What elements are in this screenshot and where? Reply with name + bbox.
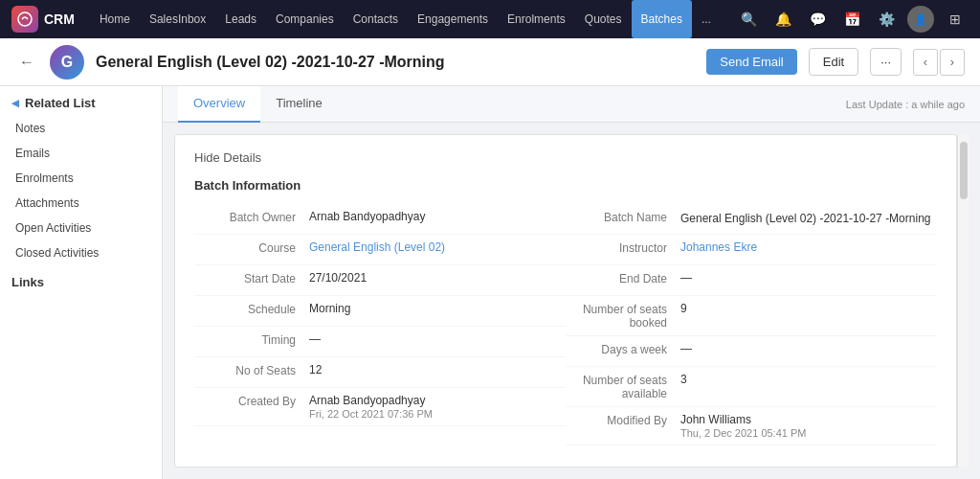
tab-overview[interactable]: Overview	[178, 86, 260, 123]
no-of-seats-label: No of Seats	[194, 363, 309, 377]
field-days-a-week: Days a week —	[566, 336, 937, 367]
page-title: General English (Level 02) -2021-10-27 -…	[96, 54, 695, 71]
tabs-bar: Overview Timeline Last Update : a while …	[163, 86, 980, 123]
batch-name-value: General English (Level 02) -2021-10-27 -…	[680, 210, 937, 227]
instructor-value[interactable]: Johannes Ekre	[680, 240, 937, 254]
logo-icon	[11, 6, 38, 33]
field-course: Course General English (Level 02)	[194, 235, 566, 265]
field-schedule: Schedule Morning	[194, 296, 566, 327]
start-date-value: 27/10/2021	[309, 271, 566, 285]
logo-text: CRM	[44, 11, 75, 27]
search-icon[interactable]: 🔍	[735, 6, 762, 33]
seats-booked-value: 9	[680, 302, 937, 315]
svg-point-0	[18, 12, 32, 26]
sidebar-arrow-icon: ◀	[11, 98, 19, 108]
sidebar-item-notes[interactable]: Notes	[0, 116, 162, 141]
end-date-label: End Date	[566, 271, 680, 285]
field-end-date: End Date —	[566, 265, 937, 296]
scrollbar[interactable]	[957, 134, 969, 468]
hide-details-button[interactable]: Hide Details	[194, 150, 937, 165]
sidebar-item-enrolments[interactable]: Enrolments	[0, 166, 162, 191]
timing-label: Timing	[194, 332, 309, 347]
schedule-value: Morning	[309, 302, 566, 315]
nav-engagements[interactable]: Engagements	[408, 0, 498, 38]
nav-leads[interactable]: Leads	[215, 0, 266, 38]
back-button[interactable]: ←	[15, 50, 38, 75]
sidebar-item-closed-activities[interactable]: Closed Activities	[0, 240, 162, 265]
instructor-label: Instructor	[566, 240, 680, 255]
sidebar-item-emails[interactable]: Emails	[0, 141, 162, 166]
bell-icon[interactable]: 🔔	[769, 6, 796, 33]
created-by-label: Created By	[194, 394, 309, 408]
nav-salesinbox[interactable]: SalesInbox	[140, 0, 215, 38]
content-area: Overview Timeline Last Update : a while …	[163, 86, 980, 479]
course-value[interactable]: General English (Level 02)	[309, 240, 566, 254]
tab-timeline[interactable]: Timeline	[260, 86, 338, 123]
course-label: Course	[194, 240, 309, 255]
field-batch-name: Batch Name General English (Level 02) -2…	[566, 204, 937, 235]
field-created-by: Created By Arnab Bandyopadhyay Fri, 22 O…	[194, 388, 566, 426]
user-avatar[interactable]: 👤	[907, 6, 934, 33]
seats-available-label: Number of seats available	[566, 373, 680, 400]
more-button[interactable]: ···	[870, 48, 902, 76]
sidebar-item-open-activities[interactable]: Open Activities	[0, 216, 162, 240]
sidebar: ◀ Related List Notes Emails Enrolments A…	[0, 86, 163, 479]
send-email-button[interactable]: Send Email	[706, 49, 796, 75]
prev-record-button[interactable]: ‹	[913, 49, 938, 76]
schedule-label: Schedule	[194, 302, 309, 316]
no-of-seats-value: 12	[309, 363, 566, 376]
modified-by-label: Modified By	[566, 413, 680, 427]
modified-by-sub: Thu, 2 Dec 2021 05:41 PM	[680, 427, 806, 439]
grid-icon[interactable]: ⊞	[942, 6, 969, 33]
edit-button[interactable]: Edit	[809, 48, 858, 76]
fields-right-col: Batch Name General English (Level 02) -2…	[566, 204, 937, 445]
tabs-list: Overview Timeline	[178, 86, 338, 123]
start-date-label: Start Date	[194, 271, 309, 285]
detail-content: Hide Details Batch Information Batch Own…	[163, 123, 980, 479]
main-layout: ◀ Related List Notes Emails Enrolments A…	[0, 86, 980, 479]
batch-owner-value: Arnab Bandyopadhyay	[309, 210, 566, 223]
record-avatar: G	[50, 45, 84, 80]
section-title: Batch Information	[194, 178, 937, 193]
top-navigation: CRM Home SalesInbox Leads Companies Cont…	[0, 0, 980, 38]
nav-batches[interactable]: Batches	[632, 0, 692, 38]
field-seats-available: Number of seats available 3	[566, 367, 937, 407]
nav-right-icons: 🔍 🔔 💬 📅 ⚙️ 👤 ⊞	[735, 6, 969, 33]
fields-grid: Batch Owner Arnab Bandyopadhyay Course G…	[194, 204, 937, 445]
field-seats-booked: Number of seats booked 9	[566, 296, 937, 336]
batch-name-label: Batch Name	[566, 210, 680, 224]
related-list-header[interactable]: ◀ Related List	[0, 86, 162, 116]
nav-contacts[interactable]: Contacts	[344, 0, 408, 38]
days-a-week-label: Days a week	[566, 342, 680, 356]
calendar-icon[interactable]: 📅	[838, 6, 865, 33]
batch-owner-label: Batch Owner	[194, 210, 309, 224]
timing-value: —	[309, 332, 566, 346]
seats-available-value: 3	[680, 373, 937, 386]
sidebar-item-attachments[interactable]: Attachments	[0, 191, 162, 216]
logo: CRM	[11, 6, 75, 33]
end-date-value: —	[680, 271, 937, 285]
chat-icon[interactable]: 💬	[804, 6, 831, 33]
created-by-sub: Fri, 22 Oct 2021 07:36 PM	[309, 408, 433, 420]
nav-items: Home SalesInbox Leads Companies Contacts…	[90, 0, 735, 38]
fields-left-col: Batch Owner Arnab Bandyopadhyay Course G…	[194, 204, 566, 445]
nav-home[interactable]: Home	[90, 0, 140, 38]
created-by-value: Arnab Bandyopadhyay	[309, 394, 433, 407]
settings-icon[interactable]: ⚙️	[873, 6, 900, 33]
last-update: Last Update : a while ago	[846, 99, 965, 110]
nav-quotes[interactable]: Quotes	[575, 0, 632, 38]
nav-more[interactable]: ...	[692, 0, 721, 38]
seats-booked-label: Number of seats booked	[566, 302, 680, 330]
nav-companies[interactable]: Companies	[266, 0, 344, 38]
record-header: ← G General English (Level 02) -2021-10-…	[0, 38, 980, 86]
field-batch-owner: Batch Owner Arnab Bandyopadhyay	[194, 204, 566, 235]
field-start-date: Start Date 27/10/2021	[194, 265, 566, 296]
days-a-week-value: —	[680, 342, 937, 355]
field-instructor: Instructor Johannes Ekre	[566, 235, 937, 265]
modified-by-value: John Williams	[680, 413, 806, 426]
detail-panel: Hide Details Batch Information Batch Own…	[174, 134, 957, 468]
next-record-button[interactable]: ›	[940, 49, 965, 76]
scroll-thumb	[960, 142, 968, 199]
record-nav-arrows: ‹ ›	[913, 49, 965, 76]
nav-enrolments[interactable]: Enrolments	[498, 0, 575, 38]
